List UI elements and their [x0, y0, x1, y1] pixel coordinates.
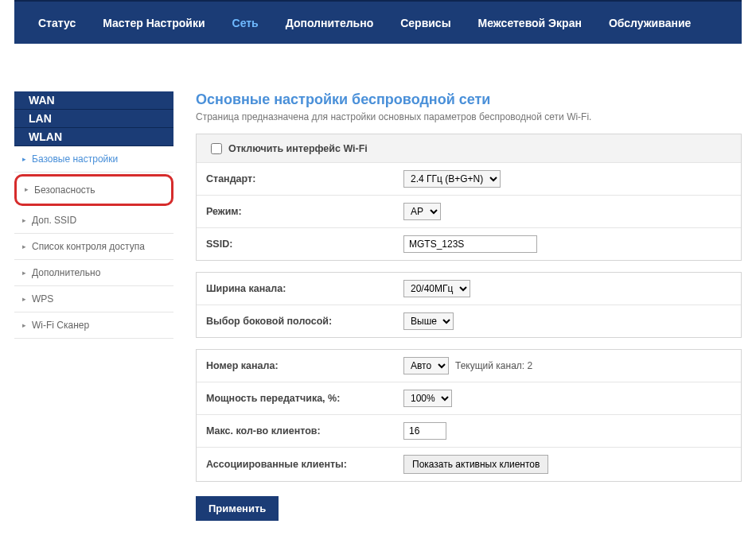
sidebar-section-lan[interactable]: LAN	[14, 110, 173, 128]
apply-button[interactable]: Применить	[196, 496, 279, 521]
tx-power-label: Мощность передатчика, %:	[206, 393, 403, 404]
sidebar-section-wlan[interactable]: WLAN	[14, 128, 173, 146]
sidebar-item-advanced[interactable]: Дополнительно	[14, 260, 173, 286]
settings-block-channel: Ширина канала: 20/40МГц Выбор боковой по…	[196, 272, 742, 338]
standard-label: Стандарт:	[206, 173, 403, 184]
ssid-input[interactable]	[403, 235, 537, 253]
page-description: Страница предназначена для настройки осн…	[196, 111, 742, 122]
disable-wifi-checkbox[interactable]	[211, 143, 222, 154]
channel-width-select[interactable]: 20/40МГц	[403, 280, 470, 297]
nav-network[interactable]: Сеть	[232, 17, 259, 29]
page-title: Основные настройки беспроводной сети	[196, 91, 742, 108]
tx-power-select[interactable]: 100%	[403, 390, 452, 407]
channel-number-select[interactable]: Авто	[403, 357, 449, 374]
nav-setup-wizard[interactable]: Мастер Настройки	[103, 17, 205, 29]
sideband-label: Выбор боковой полосой:	[206, 316, 403, 327]
sidebar-item-wifi-scanner[interactable]: Wi-Fi Сканер	[14, 312, 173, 339]
channel-width-label: Ширина канала:	[206, 283, 403, 294]
nav-firewall[interactable]: Межсетевой Экран	[478, 17, 582, 29]
disable-wifi-label-text: Отключить интерфейс Wi-Fi	[228, 143, 368, 154]
ssid-label: SSID:	[206, 239, 403, 250]
sidebar: WAN LAN WLAN Базовые настройки Безопасно…	[14, 91, 173, 339]
sideband-select[interactable]: Выше	[403, 312, 454, 330]
sidebar-item-security[interactable]: Безопасность	[17, 177, 171, 204]
mode-label: Режим:	[206, 206, 403, 217]
disable-wifi-label[interactable]: Отключить интерфейс Wi-Fi	[206, 143, 368, 154]
nav-status[interactable]: Статус	[38, 17, 76, 29]
max-clients-input[interactable]	[403, 422, 446, 440]
nav-advanced[interactable]: Дополнительно	[286, 17, 373, 29]
channel-number-label: Номер канала:	[206, 360, 403, 371]
top-nav: Статус Мастер Настройки Сеть Дополнитель…	[14, 0, 742, 44]
settings-block-radio: Номер канала: Авто Текущий канал: 2 Мощн…	[196, 349, 742, 482]
sidebar-section-wan[interactable]: WAN	[14, 91, 173, 110]
current-channel-text: Текущий канал: 2	[455, 360, 532, 371]
main-content: Основные настройки беспроводной сети Стр…	[173, 91, 742, 521]
sidebar-item-extra-ssid[interactable]: Доп. SSID	[14, 208, 173, 234]
standard-select[interactable]: 2.4 ГГц (B+G+N)	[403, 170, 501, 188]
max-clients-label: Макс. кол-во клиентов:	[206, 425, 403, 437]
sidebar-item-basic-settings[interactable]: Базовые настройки	[14, 146, 173, 173]
nav-services[interactable]: Сервисы	[400, 17, 450, 29]
show-active-clients-button[interactable]: Показать активных клиентов	[403, 455, 548, 474]
sidebar-item-wps[interactable]: WPS	[14, 286, 173, 312]
assoc-clients-label: Ассоциированные клиенты:	[206, 459, 403, 470]
sidebar-item-acl[interactable]: Список контроля доступа	[14, 234, 173, 260]
settings-block-basic: Отключить интерфейс Wi-Fi Стандарт: 2.4 …	[196, 134, 742, 261]
mode-select[interactable]: AP	[403, 203, 441, 220]
nav-maintenance[interactable]: Обслуживание	[609, 17, 691, 29]
highlight-security: Безопасность	[14, 174, 173, 206]
